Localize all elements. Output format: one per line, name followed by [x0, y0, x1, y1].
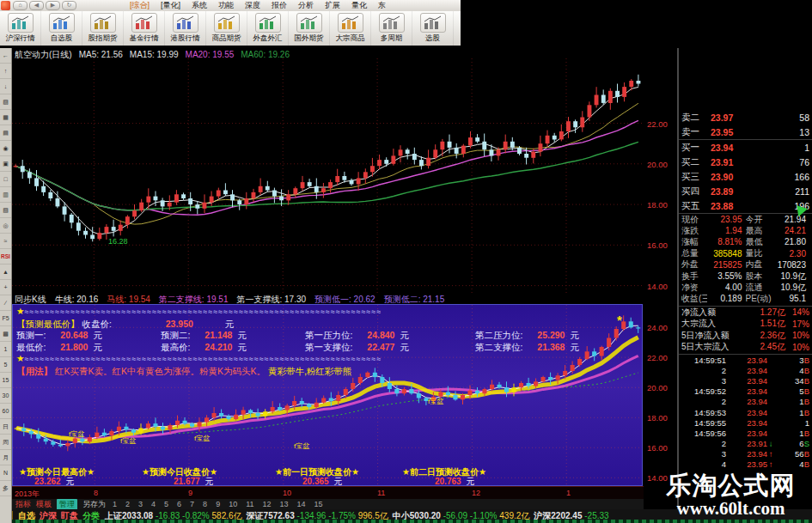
- rail-tool-9[interactable]: ▥: [0, 187, 11, 203]
- left-tool-rail: ←↑↓▨▦▤◉▣□▥▧◎≈RSI▲+∕F5▩15153060日周月N多: [0, 48, 12, 523]
- rail-tool-5[interactable]: ▤: [0, 125, 11, 141]
- tab-number-12[interactable]: 12: [263, 500, 272, 508]
- menu-bar: ⌂◀▶↻ [综合][量化]系统功能深度报价分析扩展量化东: [0, 0, 461, 11]
- rail-extra-2[interactable]: ∕: [0, 295, 11, 311]
- tab-管理[interactable]: 管理: [57, 499, 77, 510]
- forecast-info-box: ★≈≈≈≈≈≈≈≈≈≈≈≈≈≈≈≈≈≈≈≈≈≈≈≈≈≈≈≈≈≈≈≈≈≈≈≈≈≈≈…: [16, 306, 632, 377]
- ma-label: MA20: 19.55: [186, 50, 235, 59]
- back-icon[interactable]: ◀: [29, 1, 44, 10]
- tab-模板[interactable]: 模板: [36, 499, 52, 510]
- toolbar-button-基金行情[interactable]: 基金行情: [124, 11, 165, 46]
- menu-item-分析[interactable]: 分析: [298, 0, 314, 11]
- tab-另存为[interactable]: 另存为: [82, 499, 106, 510]
- tab-number-3[interactable]: 3: [138, 500, 143, 508]
- rail-period-多[interactable]: 多: [0, 481, 11, 496]
- order-book-row-卖一[interactable]: 卖一23.9513: [679, 125, 812, 139]
- rail-tool-1[interactable]: ↑: [0, 64, 11, 79]
- multi-period-icon: [379, 13, 405, 33]
- tab-number-1[interactable]: 1: [113, 500, 117, 508]
- menu-item-系统[interactable]: 系统: [192, 0, 207, 11]
- order-book-row-买四[interactable]: 买四23.89211: [679, 184, 812, 198]
- rail-tool-12[interactable]: ≈: [0, 234, 11, 249]
- menu-item-功能[interactable]: 功能: [218, 0, 234, 11]
- rail-tool-3[interactable]: ▨: [0, 94, 11, 110]
- tick-list[interactable]: 14:59:5123.943B223.944B323.9434B14:59:52…: [679, 354, 812, 470]
- tab-number-6[interactable]: 6: [177, 500, 181, 508]
- toolbar-button-label: 多周期: [381, 33, 403, 44]
- tab-number-7[interactable]: 7: [190, 500, 194, 508]
- forward-icon[interactable]: ▶: [46, 1, 60, 10]
- toolbar-button-沪深行情[interactable]: 沪深行情: [0, 11, 41, 46]
- toolbar-button-自选股[interactable]: 自选股: [41, 11, 82, 46]
- menu-item-深度[interactable]: 深度: [245, 0, 260, 11]
- rail-tool-10[interactable]: ▧: [0, 203, 11, 218]
- menu-item-量化[interactable]: 量化: [351, 0, 367, 11]
- tick-row: 423.95↑4B: [679, 459, 812, 470]
- tab-number-10[interactable]: 10: [229, 500, 237, 508]
- menu-item-东[interactable]: 东: [378, 0, 386, 11]
- index-futures-icon: [90, 13, 116, 33]
- tab-number-9[interactable]: 9: [216, 500, 220, 508]
- tick-row: 14:59:5323.941B: [679, 407, 812, 417]
- rail-extra-3[interactable]: F5: [0, 311, 11, 326]
- rail-extra-4[interactable]: ▩: [0, 326, 11, 342]
- rail-extra-0[interactable]: ▲: [0, 265, 11, 280]
- rail-tool-8[interactable]: □: [0, 172, 11, 187]
- order-book-row-买五[interactable]: 买五23.88196: [679, 198, 812, 213]
- forex-icon: [255, 13, 281, 33]
- rail-extra-1[interactable]: +: [0, 280, 11, 295]
- rail-tool-6[interactable]: ◉: [0, 141, 11, 156]
- menu-item-综合[interactable]: [综合]: [130, 0, 150, 11]
- forecast-cell: 第二压力位: 25.290元: [475, 330, 626, 342]
- rail-period-周[interactable]: 周: [0, 435, 11, 450]
- tab-指标[interactable]: 指标: [15, 499, 31, 510]
- tab-number-14[interactable]: 14: [297, 500, 306, 508]
- main-axis-label: 20.00: [647, 160, 668, 169]
- toolbar-button-国外期货[interactable]: 国外期货: [289, 11, 330, 46]
- toolbar-button-商品期货[interactable]: 商品期货: [206, 11, 247, 46]
- order-book-row-买一[interactable]: 买一23.941: [679, 139, 812, 155]
- main-candlestick-chart[interactable]: [12, 58, 642, 294]
- toolbar-button-股指期货[interactable]: 股指期货: [82, 11, 124, 46]
- tab-number-2[interactable]: 2: [125, 500, 130, 508]
- rail-period-N[interactable]: N: [0, 465, 11, 481]
- tab-number-5[interactable]: 5: [164, 500, 168, 508]
- quote-info-grid: 现价23.95今开21.94涨跌1.94最高24.21涨幅8.81%最低21.8…: [679, 213, 812, 305]
- menu-item-报价[interactable]: 报价: [272, 0, 287, 11]
- prediction-value: 23.262元: [34, 476, 75, 488]
- rail-period-15[interactable]: 15: [0, 373, 11, 388]
- toolbar-button-大宗商品[interactable]: 大宗商品: [330, 11, 371, 46]
- home-icon[interactable]: ⌂: [13, 1, 27, 10]
- rail-tool-0[interactable]: ←: [0, 48, 11, 64]
- tab-number-13[interactable]: 13: [280, 500, 289, 508]
- tab-number-15[interactable]: 15: [314, 500, 323, 508]
- rail-tool-7[interactable]: ▣: [0, 156, 11, 172]
- rail-period-1[interactable]: 1: [0, 342, 11, 357]
- tick-row: 223.91↓6S: [679, 439, 812, 449]
- toolbar-button-选股[interactable]: 选股: [412, 11, 454, 46]
- rail-rsi-button[interactable]: RSI: [0, 249, 11, 265]
- rail-period-60[interactable]: 60: [0, 404, 11, 419]
- sub-axis-label: 24.00: [647, 323, 668, 332]
- rail-period-月[interactable]: 月: [0, 450, 11, 465]
- refresh-icon[interactable]: ↻: [62, 1, 76, 10]
- rail-tool-2[interactable]: ↓: [0, 79, 11, 94]
- menu-item-扩展[interactable]: 扩展: [325, 0, 340, 11]
- order-book-row-买三[interactable]: 买三23.90166: [679, 169, 812, 184]
- tab-number-8[interactable]: 8: [203, 500, 207, 508]
- menu-item-量化[interactable]: [量化]: [161, 0, 180, 11]
- toolbar-button-label: 基金行情: [130, 33, 159, 44]
- rail-period-30[interactable]: 30: [0, 388, 11, 404]
- toolbar-button-多周期[interactable]: 多周期: [371, 11, 412, 46]
- rail-period-5[interactable]: 5: [0, 357, 11, 373]
- tab-number-11[interactable]: 11: [246, 500, 253, 508]
- sub-indicator-label: 预测低一: 20.62: [314, 295, 375, 304]
- order-book-row-买二[interactable]: 买二23.9176: [679, 155, 812, 169]
- order-book-row-卖二[interactable]: 卖二23.9758: [679, 110, 812, 125]
- rail-tool-4[interactable]: ▦: [0, 110, 11, 125]
- rail-period-日[interactable]: 日: [0, 419, 11, 435]
- tab-number-4[interactable]: 4: [151, 500, 156, 508]
- toolbar-button-港股行情[interactable]: 港股行情: [165, 11, 206, 46]
- rail-tool-11[interactable]: ◎: [0, 218, 11, 234]
- toolbar-button-外盘外汇[interactable]: 外盘外汇: [247, 11, 289, 46]
